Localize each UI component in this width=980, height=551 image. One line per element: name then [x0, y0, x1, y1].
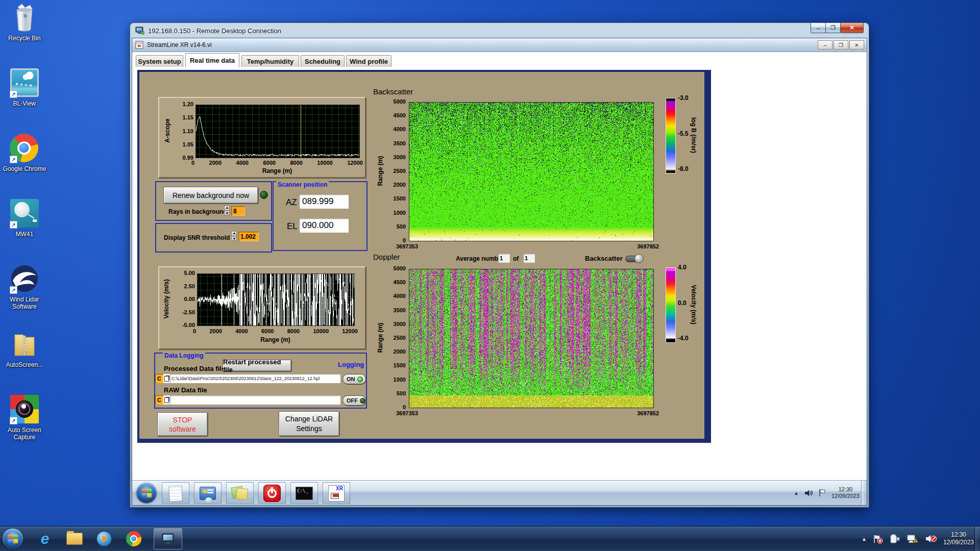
remote-taskbar-streamline-vi[interactable]: XR: [323, 482, 350, 504]
shortcut-arrow-icon: ↗: [10, 417, 17, 424]
stop-software-button[interactable]: STOP software: [157, 412, 208, 436]
desktop-icon-auto-screen-capture[interactable]: ↗ Auto Screen Capture: [0, 395, 49, 441]
host-taskbar-media-player[interactable]: [93, 528, 115, 549]
host-taskbar-rdp-active[interactable]: [154, 528, 182, 549]
rays-in-background-field[interactable]: 8: [231, 206, 245, 216]
host-show-desktop-button[interactable]: [974, 527, 980, 551]
el-label: EL: [287, 221, 298, 232]
ascope-xtick: 0: [191, 160, 194, 166]
processed-path-browse-icon[interactable]: [163, 374, 170, 383]
host-taskbar-chrome[interactable]: [123, 528, 144, 549]
remote-show-desktop-button[interactable]: [861, 481, 867, 505]
change-lidar-settings-button[interactable]: Change LiDAR Settings: [279, 411, 339, 436]
logging-label: Logging: [338, 361, 364, 368]
desktop-icon-wind-lidar[interactable]: ↗ Wind Lidar Software: [0, 264, 49, 310]
host-tray-expand-icon[interactable]: ▲: [862, 536, 867, 542]
ascope-xtick: 8000: [290, 160, 302, 166]
host-action-center-flag-icon[interactable]: [873, 534, 883, 544]
backscatter-ytick: 1000: [394, 210, 406, 216]
remote-start-button[interactable]: [136, 483, 157, 503]
raw-data-file-path[interactable]: [170, 395, 340, 405]
doppler-cb-label: Velocity (m/s): [690, 285, 697, 324]
rdp-minimize-button[interactable]: –: [811, 23, 826, 33]
desktop-icon-mw41[interactable]: ↗ MW41: [0, 199, 49, 238]
remote-taskbar-power[interactable]: [258, 482, 286, 504]
desktop-icon-label: BL-View: [0, 100, 49, 107]
ascope-graph: A-scope 1.20 1.15 1.10 1.05 0.99 0 2000: [158, 97, 366, 178]
remote-volume-icon[interactable]: [804, 489, 813, 497]
tab-real-time-data[interactable]: Real time data: [185, 53, 239, 67]
average-number-field[interactable]: 1: [498, 254, 510, 263]
chrome-icon: [126, 531, 141, 546]
renew-background-button[interactable]: Renew background now: [163, 187, 258, 204]
remote-tray-expand-icon[interactable]: ▲: [794, 490, 799, 496]
backscatter-ytick: 4000: [394, 127, 406, 132]
shortcut-arrow-icon: ↗: [10, 221, 17, 229]
vi-titlebar[interactable]: StreamLine XR v14-6.vi – ❐ ✕: [132, 38, 867, 52]
remote-tray-clock[interactable]: 12:30 12/09/2023: [831, 486, 860, 499]
doppler-colorbar: [666, 267, 676, 343]
host-clock-time: 12:30: [943, 531, 974, 539]
desktop: Recycle Bin ↗ BL-View ↗ Google Chrome ↗ …: [0, 0, 980, 551]
remote-taskbar-cmd[interactable]: C:\_: [290, 482, 318, 504]
backscatter-ytick: 3500: [394, 141, 406, 146]
remote-taskbar-notepad[interactable]: [162, 482, 189, 504]
velocity-graph: Velocity (m/s) 5.00 2.50 0.00 -2.50 -5.0…: [158, 266, 366, 349]
vi-restore-button[interactable]: ❐: [834, 40, 848, 49]
notepad-icon: [168, 485, 183, 502]
desktop-icon-autoscreen-zip[interactable]: AutoScreen...: [0, 330, 49, 368]
processed-logging-on-button[interactable]: ON: [342, 374, 366, 384]
host-taskbar-explorer[interactable]: [64, 528, 85, 549]
backscatter-ytick: 3000: [394, 155, 406, 160]
snr-threshold-field[interactable]: 1.002: [238, 232, 259, 241]
remote-taskbar-sticky-notes[interactable]: [226, 482, 254, 504]
remote-taskbar-system-panel[interactable]: [194, 482, 222, 504]
raw-logging-off-button[interactable]: OFF: [342, 395, 366, 406]
rdp-close-button[interactable]: ✕: [840, 23, 864, 33]
sticky-notes-icon: [232, 486, 248, 501]
host-taskbar-internet-explorer[interactable]: e: [34, 528, 56, 549]
doppler-ytick: 2000: [394, 349, 406, 355]
remote-clock-time: 12:30: [831, 486, 860, 493]
rdp-maximize-button[interactable]: ❐: [825, 23, 841, 33]
host-tray-clock[interactable]: 12:30 12/09/2023: [943, 531, 974, 546]
ascope-y-axis-label: A-scope: [164, 118, 171, 142]
doppler-ytick: 4000: [394, 293, 406, 299]
rdp-titlebar[interactable]: 192.168.0.150 - Remote Desktop Connectio…: [132, 23, 867, 38]
backscatter-heatmap-canvas: [409, 102, 654, 241]
desktop-icon-google-chrome[interactable]: ↗ Google Chrome: [0, 134, 49, 172]
processed-drive-selector[interactable]: C: [155, 374, 163, 383]
velocity-xtick: 2000: [209, 328, 222, 334]
host-volume-muted-icon[interactable]: [925, 534, 937, 543]
host-network-warning-icon[interactable]: [906, 534, 919, 544]
raw-drive-selector[interactable]: C: [155, 395, 163, 405]
tab-system-setup[interactable]: System setup: [136, 55, 183, 67]
backscatter-toggle-switch[interactable]: [625, 256, 643, 262]
vi-minimize-button[interactable]: –: [818, 40, 832, 49]
remote-clock-date: 12/09/2023: [831, 493, 860, 499]
tab-scheduling[interactable]: Scheduling: [301, 55, 345, 67]
shortcut-arrow-icon: ↗: [10, 286, 17, 294]
host-battery-icon[interactable]: [889, 534, 900, 543]
processed-data-file-path[interactable]: C:\Lidar\Data\Proc\2023\202309\20230912\…: [170, 374, 340, 383]
rays-spinner[interactable]: [224, 206, 230, 215]
velocity-ytick: 5.00: [184, 270, 195, 276]
tab-temp-humidity[interactable]: Temp/humidity: [241, 55, 299, 67]
of-label: of: [513, 255, 519, 262]
desktop-icon-bl-view[interactable]: ↗ BL-View: [0, 68, 49, 107]
vi-close-button[interactable]: ✕: [849, 40, 864, 49]
raw-path-browse-icon[interactable]: [163, 395, 170, 405]
desktop-icon-recycle-bin[interactable]: Recycle Bin: [0, 3, 49, 42]
host-start-button[interactable]: [3, 529, 23, 549]
tab-wind-profile[interactable]: Wind profile: [346, 55, 391, 67]
backscatter-cb-tick: -5.5: [678, 131, 689, 137]
remote-action-center-flag-icon[interactable]: [819, 489, 826, 497]
windows-logo-icon: [142, 489, 152, 497]
doppler-y-axis-label: Range (m): [377, 323, 384, 353]
snr-spinner[interactable]: [231, 231, 237, 241]
doppler-x-end: 3697852: [618, 410, 659, 416]
rays-in-background-label: Rays in background: [168, 208, 227, 215]
velocity-ytick: 0.00: [184, 296, 195, 302]
restart-processed-file-button[interactable]: Restart processed file: [223, 360, 291, 371]
average-total-field[interactable]: 1: [523, 254, 535, 263]
